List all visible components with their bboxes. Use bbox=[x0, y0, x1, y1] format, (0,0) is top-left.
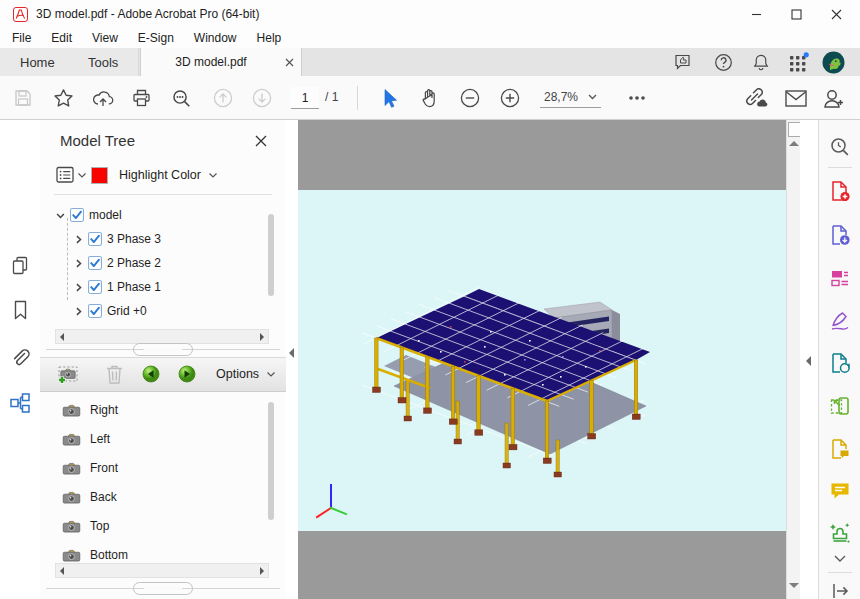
pdf-3d-canvas[interactable] bbox=[298, 120, 786, 599]
panel-bottom-splitter[interactable] bbox=[40, 582, 286, 596]
scroll-down-icon[interactable] bbox=[789, 583, 799, 588]
select-tool-button[interactable] bbox=[374, 83, 404, 113]
menu-edit[interactable]: Edit bbox=[41, 29, 82, 47]
tree-settings-button[interactable] bbox=[56, 166, 75, 184]
view-item-left[interactable]: Left bbox=[62, 427, 110, 451]
menu-view[interactable]: View bbox=[82, 29, 128, 47]
zoom-in-button[interactable] bbox=[495, 83, 525, 113]
email-button[interactable] bbox=[781, 83, 811, 113]
panel-splitter[interactable] bbox=[40, 343, 286, 357]
checkbox-checked-icon[interactable] bbox=[88, 280, 102, 294]
chevron-right-icon[interactable] bbox=[74, 283, 83, 292]
checkbox-checked-icon[interactable] bbox=[88, 232, 102, 246]
export-pdf-button[interactable] bbox=[825, 220, 855, 250]
options-dropdown[interactable]: Options bbox=[216, 364, 275, 384]
expand-rail-button[interactable] bbox=[825, 576, 855, 599]
collapse-right-rail-icon[interactable] bbox=[806, 356, 811, 366]
highlight-color-swatch[interactable] bbox=[91, 167, 108, 184]
star-button[interactable] bbox=[48, 83, 78, 113]
create-view-button[interactable] bbox=[54, 361, 82, 387]
viewer-vertical-scrollbar[interactable] bbox=[786, 120, 801, 599]
bookmarks-button[interactable] bbox=[4, 294, 36, 326]
notifications-button[interactable] bbox=[746, 51, 776, 73]
create-pdf-button[interactable] bbox=[825, 176, 855, 206]
menu-help[interactable]: Help bbox=[247, 29, 292, 47]
request-files-button[interactable] bbox=[825, 434, 855, 464]
share-link-button[interactable] bbox=[742, 83, 772, 113]
print-button[interactable] bbox=[126, 83, 156, 113]
comment-button[interactable] bbox=[825, 476, 855, 506]
scroll-right-icon[interactable] bbox=[260, 333, 264, 341]
view-item-right[interactable]: Right bbox=[62, 398, 118, 422]
request-esign-button[interactable] bbox=[825, 348, 855, 378]
scroll-left-icon[interactable] bbox=[60, 333, 64, 341]
crop-pages-button[interactable] bbox=[825, 391, 855, 421]
minimize-button[interactable] bbox=[736, 1, 776, 27]
delete-view-button[interactable] bbox=[100, 361, 128, 387]
menu-file[interactable]: File bbox=[2, 29, 41, 47]
search-tools-button[interactable] bbox=[825, 132, 855, 162]
scroll-right-icon[interactable] bbox=[260, 567, 264, 575]
document-viewer[interactable] bbox=[298, 120, 786, 599]
apps-grid-button[interactable] bbox=[784, 51, 814, 73]
tab-document[interactable]: 3D model.pdf bbox=[140, 48, 302, 76]
account-avatar[interactable] bbox=[820, 50, 846, 74]
panel-close-button[interactable] bbox=[250, 130, 272, 152]
next-page-button[interactable] bbox=[247, 83, 277, 113]
next-view-button[interactable] bbox=[176, 363, 198, 385]
chevron-down-icon[interactable] bbox=[56, 211, 65, 220]
share-upload-button[interactable] bbox=[88, 83, 118, 113]
chevron-right-icon[interactable] bbox=[74, 235, 83, 244]
tree-item-phase1[interactable]: 1 Phase 1 bbox=[74, 276, 161, 298]
highlight-color-label[interactable]: Highlight Color bbox=[119, 168, 201, 182]
tree-horizontal-scrollbar[interactable] bbox=[55, 329, 269, 344]
views-vertical-scrollbar[interactable] bbox=[268, 402, 274, 520]
splitter-handle-icon[interactable] bbox=[133, 343, 193, 356]
share-with-people-button[interactable] bbox=[818, 83, 848, 113]
help-button[interactable] bbox=[708, 51, 738, 73]
hand-tool-button[interactable] bbox=[414, 83, 444, 113]
model-tree-button[interactable] bbox=[4, 387, 36, 419]
maximize-button[interactable] bbox=[776, 1, 816, 27]
chevron-right-icon[interactable] bbox=[74, 307, 83, 316]
page-number-input[interactable] bbox=[291, 87, 319, 109]
tab-home[interactable]: Home bbox=[0, 48, 76, 76]
more-tools-rail-button[interactable] bbox=[825, 548, 855, 568]
splitter-handle-icon[interactable] bbox=[133, 582, 193, 595]
page-thumbnails-button[interactable] bbox=[4, 249, 36, 281]
fill-sign-button[interactable] bbox=[825, 306, 855, 336]
tree-item-phase3[interactable]: 3 Phase 3 bbox=[74, 228, 161, 250]
tree-item-model[interactable]: model bbox=[56, 204, 122, 226]
attachments-button[interactable] bbox=[4, 342, 36, 374]
tree-vertical-scrollbar[interactable] bbox=[268, 214, 274, 296]
edit-pdf-button[interactable] bbox=[825, 263, 855, 293]
save-button[interactable] bbox=[8, 83, 38, 113]
view-item-front[interactable]: Front bbox=[62, 456, 118, 480]
collapse-panel-icon[interactable] bbox=[289, 348, 294, 358]
menu-esign[interactable]: E-Sign bbox=[128, 29, 184, 47]
chevron-right-icon[interactable] bbox=[74, 259, 83, 268]
close-button[interactable] bbox=[816, 1, 856, 27]
scroll-up-icon[interactable] bbox=[789, 141, 799, 146]
checkbox-checked-icon[interactable] bbox=[88, 304, 102, 318]
stamp-button[interactable] bbox=[825, 518, 855, 548]
hand-icon bbox=[419, 88, 439, 109]
checkbox-checked-icon[interactable] bbox=[88, 256, 102, 270]
scroll-left-icon[interactable] bbox=[60, 567, 64, 575]
previous-view-button[interactable] bbox=[140, 363, 162, 385]
menu-window[interactable]: Window bbox=[184, 29, 247, 47]
more-tools-button[interactable] bbox=[622, 83, 652, 113]
tab-close-icon[interactable] bbox=[281, 54, 297, 70]
find-button[interactable] bbox=[166, 83, 196, 113]
view-item-top[interactable]: Top bbox=[62, 514, 109, 538]
tree-item-grid0[interactable]: Grid +0 bbox=[74, 300, 147, 322]
feedback-button[interactable] bbox=[668, 51, 698, 73]
views-horizontal-scrollbar[interactable] bbox=[55, 563, 269, 578]
checkbox-checked-icon[interactable] bbox=[70, 208, 84, 222]
zoom-out-button[interactable] bbox=[455, 83, 485, 113]
previous-page-button[interactable] bbox=[208, 83, 238, 113]
view-item-back[interactable]: Back bbox=[62, 485, 117, 509]
tab-tools[interactable]: Tools bbox=[68, 48, 139, 76]
tree-item-phase2[interactable]: 2 Phase 2 bbox=[74, 252, 161, 274]
zoom-level-dropdown[interactable]: 28,7% bbox=[540, 87, 601, 108]
